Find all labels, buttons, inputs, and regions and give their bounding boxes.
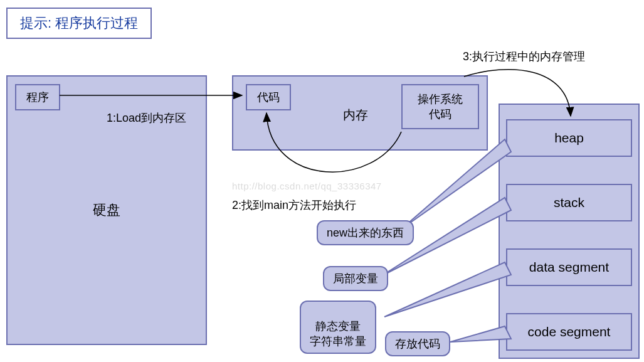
step-1-label: 1:Load到内存区 <box>107 110 186 125</box>
stack-segment: stack <box>506 184 632 221</box>
heap-segment: heap <box>506 119 632 157</box>
step-2-label: 2:找到main方法开始执行 <box>232 198 356 213</box>
code-label: 代码 <box>257 90 280 105</box>
memory-label: 内存 <box>343 107 368 124</box>
title-text: 提示: 程序执行过程 <box>20 15 138 31</box>
data-segment: data segment <box>506 248 632 286</box>
bubble-heap-text: new出来的东西 <box>327 226 404 239</box>
watermark: http://blog.csdn.net/qq_33336347 <box>232 181 382 191</box>
heap-label: heap <box>554 130 584 146</box>
bubble-stack: 局部变量 <box>323 266 388 291</box>
memory-box: 代码 内存 操作系统 代码 <box>232 75 488 151</box>
disk-label: 硬盘 <box>93 201 120 220</box>
bubble-stack-text: 局部变量 <box>333 272 378 285</box>
bubble-data-text: 静态变量 字符串常量 <box>310 320 366 348</box>
stack-label: stack <box>554 195 584 210</box>
svg-marker-2 <box>401 139 511 229</box>
os-code-box: 操作系统 代码 <box>401 84 479 129</box>
bubble-code: 存放代码 <box>385 331 450 356</box>
program-label: 程序 <box>26 90 49 105</box>
code-box: 代码 <box>246 84 291 110</box>
data-label: data segment <box>529 260 609 275</box>
code-segment: code segment <box>506 313 632 351</box>
os-code-label: 操作系统 代码 <box>418 92 463 122</box>
bubble-code-text: 存放代码 <box>395 338 440 350</box>
program-box: 程序 <box>15 84 60 110</box>
title-box: 提示: 程序执行过程 <box>6 8 152 39</box>
code-seg-label: code segment <box>528 324 611 339</box>
bubble-data: 静态变量 字符串常量 <box>300 301 376 354</box>
step-3-label: 3:执行过程中的内存管理 <box>463 49 585 64</box>
bubble-heap: new出来的东西 <box>317 220 414 245</box>
svg-marker-4 <box>384 262 511 317</box>
